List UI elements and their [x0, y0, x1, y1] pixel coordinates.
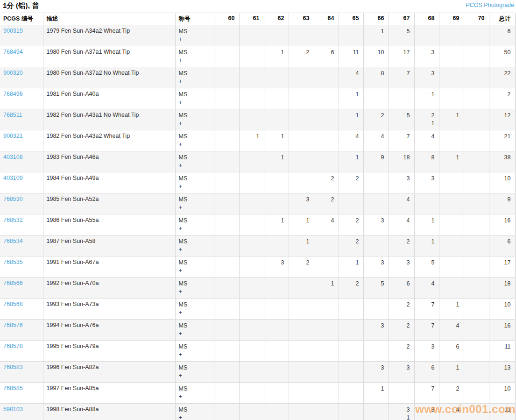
pcgs-number-link[interactable]: 768576: [3, 322, 23, 328]
grade-count-cell: 17: [389, 46, 414, 67]
ms-count: 4: [342, 133, 359, 141]
pcgs-number-link[interactable]: 768566: [3, 280, 23, 286]
pcgs-number-link[interactable]: 768578: [3, 343, 23, 349]
plus-count: [318, 309, 334, 317]
ms-count: 17: [493, 259, 511, 267]
grade-count-cell: 2: [314, 172, 339, 193]
pcgs-number-link[interactable]: 768494: [3, 49, 23, 55]
plus-count: [292, 99, 310, 107]
ms-count: 18: [392, 154, 410, 162]
plus-count: [418, 204, 435, 212]
plus-count: [243, 99, 260, 107]
coin-description: 1982 Fen Sun-A43a1 No Wheat Tip: [43, 109, 175, 130]
ms-count: 3: [268, 259, 284, 267]
ms-count: 16: [493, 217, 511, 225]
pcgs-number-link[interactable]: 768532: [3, 217, 23, 223]
total-cell: 10: [489, 383, 515, 404]
total-cell: 9: [489, 193, 515, 214]
ms-count: [292, 28, 310, 36]
grade-count-cell: 7: [414, 299, 439, 320]
coin-description: 1980 Fen Sun-A37a2 No Wheat Tip: [43, 67, 175, 88]
ms-count: 1: [268, 133, 284, 141]
pcgs-number-link[interactable]: 768511: [3, 112, 22, 118]
plus-count: [467, 372, 485, 380]
ms-count: [342, 196, 359, 204]
grade-count-cell: [339, 404, 363, 420]
grade-count-cell: 6: [389, 278, 414, 299]
pcgs-number-link[interactable]: 768496: [3, 91, 23, 97]
plus-count: [342, 120, 359, 128]
coin-description: 1984 Fen Sun-A49a: [43, 172, 175, 193]
pcgs-number-link[interactable]: 900320: [3, 70, 23, 76]
column-header-8: 65: [339, 13, 363, 25]
ms-count: 1: [268, 49, 284, 57]
plus-count: [243, 414, 260, 420]
total-cell: 22: [489, 67, 515, 88]
table-row: 9003191979 Fen Sun-A34a2 Wheat TipMS+156: [0, 25, 515, 46]
ms-count: [318, 301, 334, 309]
ms-count: 17: [392, 49, 410, 57]
ms-count: 5: [418, 259, 435, 267]
pcgs-number-link[interactable]: 768568: [3, 301, 23, 307]
grade-count-cell: 1: [439, 299, 464, 320]
designation-cell: MS+: [175, 235, 214, 256]
grade-count-cell: [239, 235, 264, 256]
plus-count: [243, 36, 260, 43]
pcgs-number-link[interactable]: 768585: [3, 385, 23, 392]
ms-count: [443, 70, 459, 78]
pcgs-number-link[interactable]: 768530: [3, 196, 23, 202]
ms-count: [342, 322, 359, 330]
pcgs-number-link[interactable]: 768535: [3, 259, 23, 265]
plus-count: [342, 183, 359, 191]
ms-count: [218, 49, 235, 57]
plus-count: [268, 36, 284, 43]
designation-line: +: [179, 309, 210, 317]
plus-count: [342, 372, 359, 380]
coin-description: 1980 Fen Sun-A37a1 Wheat Tip: [43, 46, 175, 67]
plus-count: [342, 330, 359, 338]
pcgs-number-link[interactable]: 900319: [3, 28, 23, 34]
ms-count: 1: [418, 91, 435, 99]
grade-count-cell: 3: [264, 256, 289, 278]
plus-count: [342, 393, 359, 401]
plus-count: [342, 78, 359, 85]
coin-description: 1997 Fen Sun-A85a: [43, 383, 175, 404]
grade-count-cell: 7: [414, 383, 439, 404]
pcgs-number-link[interactable]: 403109: [3, 175, 23, 181]
total-cell: 6: [489, 235, 515, 256]
plus-count: [367, 330, 384, 338]
grade-count-cell: [264, 67, 289, 88]
ms-count: 2: [418, 112, 435, 120]
grade-count-cell: [264, 235, 289, 256]
grade-count-cell: 6: [439, 341, 464, 362]
grade-count-cell: [339, 193, 363, 214]
pcgs-number-cell: 403109: [0, 172, 43, 193]
total-cell: 18: [489, 278, 515, 299]
pcgs-number-link[interactable]: 403108: [3, 154, 23, 160]
pcgs-number-link[interactable]: 900321: [3, 133, 23, 139]
pcgs-number-cell: 900319: [0, 25, 43, 46]
grade-count-cell: 3: [414, 172, 439, 193]
table-row: 7685351991 Fen Sun-A67aMS+32133517: [0, 256, 515, 278]
ms-count: [268, 28, 284, 36]
ms-count: [318, 154, 334, 162]
plus-count: [493, 288, 511, 296]
pcgs-number-link[interactable]: 590103: [3, 406, 23, 413]
pcgs-photograde-link[interactable]: PCGS Photograde: [466, 2, 514, 8]
grade-count-cell: 1: [439, 109, 464, 130]
pcgs-number-link[interactable]: 768534: [3, 238, 23, 244]
designation-line: MS: [179, 322, 210, 330]
pcgs-number-link[interactable]: 768583: [3, 364, 23, 370]
plus-count: [292, 36, 310, 43]
grade-count-cell: [214, 151, 239, 172]
coin-description: 1995 Fen Sun-A79a: [43, 341, 175, 362]
grade-count-cell: [314, 130, 339, 151]
table-row: 9003211982 Fen Sun-A43a2 Wheat TipMS+114…: [0, 130, 515, 151]
grade-count-cell: [289, 67, 314, 88]
grade-count-cell: [264, 193, 289, 214]
total-cell: 17: [489, 256, 515, 278]
designation-line: +: [179, 267, 210, 275]
plus-count: [443, 99, 459, 107]
plus-count: [418, 78, 435, 85]
ms-count: 2: [392, 343, 410, 351]
